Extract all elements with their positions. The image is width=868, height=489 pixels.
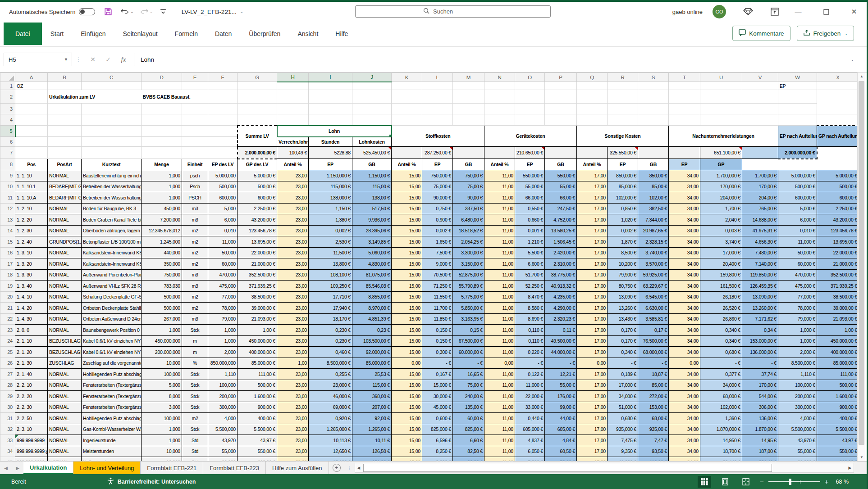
cell-g9[interactable]: 5.000,00 € <box>238 170 277 181</box>
header-summe-lv[interactable]: Summe LV <box>238 126 277 147</box>
cell-s15[interactable]: 2.328,15 € <box>638 236 669 248</box>
cell-g31[interactable]: 400,00 € <box>238 413 277 424</box>
autosave-control[interactable]: Automatisches Speichern <box>9 8 95 15</box>
cell-u24[interactable]: 0,340 € <box>700 335 742 347</box>
cell-k28[interactable]: 15,00 <box>392 380 422 391</box>
cell-f28[interactable]: 100,000 <box>208 380 238 391</box>
cell-o17[interactable]: 6,600 € <box>515 258 545 270</box>
sheet-title[interactable]: Urkalkulation zum LV <box>48 90 142 104</box>
cell-i29[interactable]: 46,000 € <box>309 391 352 402</box>
cell-l9[interactable]: 750,000 € <box>422 170 453 181</box>
cell[interactable] <box>453 147 484 159</box>
cell-t17[interactable]: 34,00 <box>669 258 700 270</box>
cell-a1[interactable]: OZ <box>15 82 48 90</box>
cell-v21[interactable]: 13.260,00 € <box>742 303 778 314</box>
cell-k16[interactable]: 15,00 <box>392 247 422 258</box>
col-title-gp-des-lv[interactable]: GP des LV <box>238 159 277 170</box>
cell[interactable] <box>422 104 453 114</box>
column-header-X[interactable]: X <box>817 73 859 82</box>
cell-j33[interactable]: 10,11 € <box>352 435 392 446</box>
cell-b30[interactable]: NORMAL <box>48 402 82 413</box>
cell-c26[interactable]: Zuschlag auf die vorgenannten <box>82 358 142 369</box>
cell-j11[interactable]: 138,00 € <box>352 192 392 204</box>
cell-x26[interactable]: 85.000,00 € <box>817 358 859 369</box>
cell-h16[interactable]: 23,00 <box>277 247 309 258</box>
cell-x28[interactable]: 500,00 € <box>817 380 859 391</box>
cell-g26[interactable]: 85.000,00 € <box>238 358 277 369</box>
cell-q27[interactable]: 17,00 <box>577 369 608 380</box>
cell-p20[interactable]: 4.235,00 € <box>545 291 577 303</box>
zoom-slider-thumb[interactable] <box>789 479 791 485</box>
cell-m33[interactable]: 6,60 € <box>453 435 484 446</box>
column-header-P[interactable]: P <box>545 73 577 82</box>
cell-h27[interactable]: 23,00 <box>277 369 309 380</box>
col-title-posart[interactable]: PosArt <box>48 159 82 170</box>
cell-e32[interactable]: Stck <box>182 424 208 435</box>
cell-p34[interactable]: 60,50 € <box>545 446 577 457</box>
cell-t15[interactable]: 34,00 <box>669 236 700 248</box>
cell[interactable] <box>182 104 208 114</box>
cell[interactable] <box>817 114 859 126</box>
cell-i17[interactable]: 13,800 € <box>309 258 352 270</box>
cell-i24[interactable]: 0,230 € <box>309 335 352 347</box>
ribbon-tab-seitenlayout[interactable]: Seitenlayout <box>114 23 166 45</box>
row-header-2[interactable]: 2 <box>0 90 15 104</box>
cell-u25[interactable]: 0,680 € <box>700 347 742 358</box>
cell-q17[interactable]: 17,00 <box>577 258 608 270</box>
cell-p17[interactable]: 2.310,00 € <box>545 258 577 270</box>
cell-x21[interactable]: 39.000,00 € <box>817 303 859 314</box>
cell-i14[interactable]: 0,002 € <box>309 225 352 236</box>
cell-v27[interactable]: 37,74 € <box>742 369 778 380</box>
cell[interactable] <box>15 90 48 104</box>
spreadsheet-grid[interactable]: ABCDEFGHIJKLMNOPQRSTUVWX1OZEP2Urkalkulat… <box>0 72 859 461</box>
cell-p32[interactable]: 605,00 € <box>545 424 577 435</box>
cell-n26[interactable]: 0,00 <box>484 358 515 369</box>
cell-f17[interactable]: 60,000 <box>208 258 238 270</box>
expand-formula-bar-icon[interactable]: ⌄ <box>850 57 854 62</box>
cell-l28[interactable]: 15,000 € <box>422 380 453 391</box>
cell-p10[interactable]: 55,00 € <box>545 181 577 192</box>
cell-s12[interactable]: 382,50 € <box>638 203 669 214</box>
cell-a33[interactable]: 999.999.9999 <box>15 435 48 446</box>
zoom-out-icon[interactable]: − <box>760 478 764 485</box>
cell-c17[interactable]: Kalksandstein-Innenwand KS- <box>82 258 142 270</box>
column-header-K[interactable]: K <box>392 73 422 82</box>
add-sheet-button[interactable]: + <box>329 462 344 474</box>
cell[interactable] <box>608 104 638 114</box>
cell-k23[interactable]: 15,00 <box>392 325 422 336</box>
cell[interactable] <box>142 126 182 137</box>
cell-x18[interactable]: 352.500,00 € <box>817 269 859 281</box>
cell-o28[interactable]: 11,000 € <box>515 380 545 391</box>
cell[interactable] <box>277 82 309 90</box>
cell-u26[interactable]: - € <box>700 358 742 369</box>
cell-i16[interactable]: 11,500 € <box>309 247 352 258</box>
cell-d19[interactable]: 783,030 <box>142 281 182 292</box>
cell-t19[interactable]: 34,00 <box>669 281 700 292</box>
cell-g21[interactable]: 39.000,00 € <box>238 303 277 314</box>
cell-i25[interactable]: 0,460 € <box>309 347 352 358</box>
cell-m19[interactable]: 55.790,89 € <box>453 281 484 292</box>
cell-b29[interactable]: NORMAL <box>48 391 82 402</box>
cell-p33[interactable]: 4,84 € <box>545 435 577 446</box>
cell[interactable] <box>208 82 238 90</box>
cell-k24[interactable]: 15,00 <box>392 335 422 347</box>
column-header-S[interactable]: S <box>638 73 669 82</box>
cell-q18[interactable]: 17,00 <box>577 269 608 281</box>
cell-a34[interactable]: 999.999.9999.y <box>15 446 48 457</box>
cell-u32[interactable]: 1.870,000 € <box>700 424 742 435</box>
cell-d18[interactable]: 750,000 <box>142 269 182 281</box>
cell-l14[interactable]: 0,002 € <box>422 225 453 236</box>
cell-k14[interactable]: 15,00 <box>392 225 422 236</box>
cell[interactable] <box>577 90 608 104</box>
ribbon-display-options-icon[interactable] <box>770 7 779 16</box>
horizontal-scrollbar[interactable]: ◀ ▶ <box>355 463 854 473</box>
cell[interactable] <box>778 114 817 126</box>
cell-a13[interactable]: 1. 2. 20 <box>15 214 48 226</box>
cell-e20[interactable]: m2 <box>182 291 208 303</box>
row-header-5[interactable]: 5 <box>0 126 15 137</box>
cell-f21[interactable]: 78,000 <box>208 303 238 314</box>
cell-c20[interactable]: Schalung Deckenplatte GF-Sc <box>82 291 142 303</box>
cell[interactable] <box>15 126 48 137</box>
cell[interactable] <box>453 114 484 126</box>
cell-d9[interactable]: 1,000 <box>142 170 182 181</box>
